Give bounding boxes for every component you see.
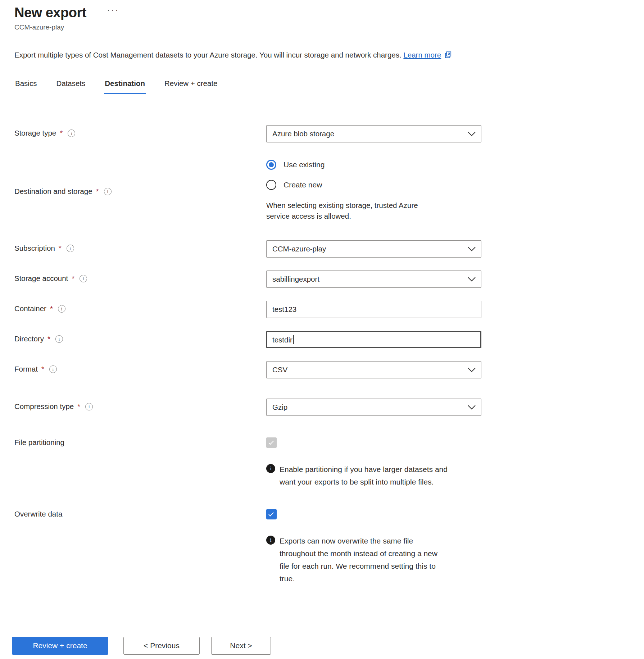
- format-value: CSV: [272, 365, 287, 374]
- info-icon[interactable]: i: [68, 129, 75, 137]
- review-create-button[interactable]: Review + create: [12, 637, 108, 655]
- directory-row: Directory* i testdir: [14, 331, 644, 348]
- previous-button[interactable]: < Previous: [123, 637, 200, 655]
- compression-type-value: Gzip: [272, 403, 287, 412]
- directory-label: Directory: [14, 335, 44, 343]
- format-label-cell: Format* i: [14, 361, 266, 378]
- directory-input[interactable]: testdir: [266, 331, 481, 348]
- chevron-down-icon: [467, 365, 476, 374]
- storage-type-value: Azure blob storage: [272, 129, 334, 138]
- external-link-icon: [444, 51, 452, 60]
- radio-use-existing-label: Use existing: [284, 160, 325, 169]
- next-button[interactable]: Next >: [211, 637, 271, 655]
- overwrite-data-info-text: Exports can now overwrite the same file …: [280, 535, 449, 585]
- checkmark-icon: [268, 440, 274, 445]
- format-control-cell: CSV: [266, 361, 482, 378]
- tab-review-create[interactable]: Review + create: [164, 77, 218, 94]
- file-partitioning-info: i Enable partitioning if you have larger…: [266, 463, 482, 488]
- description-body: Export multiple types of Cost Management…: [14, 51, 402, 59]
- required-asterisk: *: [41, 365, 44, 373]
- file-partitioning-info-text: Enable partitioning if you have larger d…: [280, 463, 449, 488]
- info-filled-icon: i: [266, 536, 275, 545]
- new-export-pane: New export ··· CCM-azure-play Export mul…: [0, 0, 644, 659]
- container-control-cell: test123: [266, 301, 482, 318]
- required-asterisk: *: [96, 187, 99, 196]
- radio-use-existing[interactable]: Use existing: [266, 160, 482, 170]
- page-title: New export: [14, 5, 86, 21]
- overwrite-data-checkbox[interactable]: [266, 509, 277, 519]
- compression-type-row: Compression type* i Gzip: [14, 399, 644, 416]
- container-input[interactable]: test123: [266, 301, 481, 318]
- footer-buttons: Review + create < Previous Next >: [0, 621, 644, 655]
- compression-type-dropdown[interactable]: Gzip: [266, 399, 481, 416]
- file-partitioning-control-cell: i Enable partitioning if you have larger…: [266, 437, 482, 488]
- subscription-control-cell: CCM-azure-play: [266, 240, 482, 258]
- more-options-icon[interactable]: ···: [107, 5, 119, 15]
- directory-value: testdir: [272, 335, 294, 344]
- destination-form: Storage type* i Azure blob storage Desti…: [14, 125, 644, 585]
- tab-basics[interactable]: Basics: [14, 77, 37, 94]
- learn-more-link[interactable]: Learn more: [403, 51, 452, 59]
- storage-account-label-cell: Storage account* i: [14, 271, 266, 288]
- required-asterisk: *: [50, 304, 53, 313]
- destination-helper-text: When selecting existing storage, trusted…: [266, 200, 435, 222]
- chevron-down-icon: [467, 129, 476, 138]
- file-partitioning-checkbox: [266, 437, 277, 448]
- storage-account-dropdown[interactable]: sabillingexport: [266, 271, 481, 288]
- tab-datasets[interactable]: Datasets: [55, 77, 86, 94]
- checkmark-icon: [268, 511, 274, 517]
- compression-type-control-cell: Gzip: [266, 399, 482, 416]
- info-icon[interactable]: i: [80, 275, 87, 282]
- storage-account-value: sabillingexport: [272, 275, 319, 283]
- overwrite-data-label: Overwrite data: [14, 510, 62, 518]
- chevron-down-icon: [467, 245, 476, 253]
- overwrite-data-row: Overwrite data i Exports can now overwri…: [14, 509, 644, 585]
- tab-destination[interactable]: Destination: [104, 77, 146, 94]
- destination-and-storage-label-cell: Destination and storage* i: [14, 160, 266, 222]
- info-icon[interactable]: i: [55, 335, 63, 343]
- container-row: Container* i test123: [14, 301, 644, 318]
- required-asterisk: *: [77, 402, 80, 411]
- required-asterisk: *: [59, 244, 62, 253]
- destination-and-storage-control-cell: Use existing Create new When selecting e…: [266, 160, 482, 222]
- info-icon[interactable]: i: [58, 305, 65, 313]
- file-partitioning-label: File partitioning: [14, 438, 64, 447]
- directory-control-cell: testdir: [266, 331, 482, 348]
- info-icon[interactable]: i: [49, 365, 57, 373]
- directory-value-text: testdir: [272, 336, 292, 344]
- storage-type-label-cell: Storage type* i: [14, 125, 266, 142]
- wizard-tabs: Basics Datasets Destination Review + cre…: [14, 77, 644, 94]
- description-text: Export multiple types of Cost Management…: [14, 51, 644, 60]
- storage-type-control-cell: Azure blob storage: [266, 125, 482, 142]
- storage-account-label: Storage account: [14, 274, 68, 283]
- required-asterisk: *: [47, 335, 50, 343]
- storage-type-dropdown[interactable]: Azure blob storage: [266, 125, 481, 142]
- subscription-label-cell: Subscription* i: [14, 240, 266, 258]
- overwrite-data-control-cell: i Exports can now overwrite the same fil…: [266, 509, 482, 585]
- radio-create-new[interactable]: Create new: [266, 180, 482, 190]
- required-asterisk: *: [60, 129, 63, 137]
- required-asterisk: *: [72, 274, 74, 283]
- subscription-label: Subscription: [14, 244, 55, 253]
- file-partitioning-label-cell: File partitioning: [14, 437, 266, 488]
- compression-type-label: Compression type: [14, 402, 74, 411]
- storage-type-label: Storage type: [14, 129, 56, 137]
- compression-type-label-cell: Compression type* i: [14, 399, 266, 416]
- radio-selected-icon: [266, 160, 276, 170]
- learn-more-label: Learn more: [403, 51, 441, 59]
- wizard-footer: Review + create < Previous Next >: [0, 621, 644, 659]
- container-label-cell: Container* i: [14, 301, 266, 318]
- destination-and-storage-row: Destination and storage* i Use existing …: [14, 160, 644, 222]
- info-icon[interactable]: i: [67, 245, 74, 252]
- storage-account-control-cell: sabillingexport: [266, 271, 482, 288]
- format-dropdown[interactable]: CSV: [266, 361, 481, 378]
- page-header: New export ···: [14, 5, 644, 21]
- info-icon[interactable]: i: [85, 403, 93, 410]
- radio-create-new-label: Create new: [284, 181, 322, 189]
- storage-account-row: Storage account* i sabillingexport: [14, 271, 644, 288]
- container-value: test123: [272, 305, 296, 314]
- info-icon[interactable]: i: [104, 188, 112, 195]
- subscription-dropdown[interactable]: CCM-azure-play: [266, 240, 481, 258]
- container-label: Container: [14, 304, 46, 313]
- radio-unselected-icon: [266, 180, 276, 190]
